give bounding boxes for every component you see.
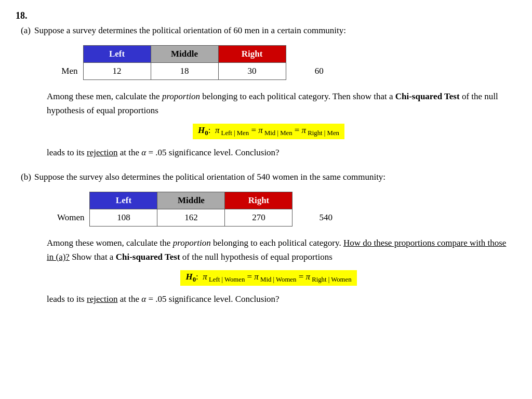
part-b-body: Among these women, calculate the proport… [47, 236, 514, 264]
women-header-left: Left [90, 192, 157, 209]
men-table-container: Left Middle Right Men 12 18 30 60 [47, 45, 516, 80]
part-a-body1: Among these men, calculate the [47, 91, 160, 101]
men-header-middle: Middle [151, 46, 218, 63]
men-left-value: 12 [83, 63, 151, 80]
problem-number: 18. [16, 10, 516, 21]
part-b-body4: of the null hypothesis of equal proporti… [182, 252, 332, 262]
part-b-conclusion: leads to its rejection at the α = .05 si… [47, 292, 514, 306]
part-a-chi-squared: Chi-squared Test [395, 91, 460, 101]
part-a-h0-formula: H0: π Left | Men = π Mid | Men = π Right… [193, 124, 344, 139]
part-b-label: (b) Suppose the survey also determines t… [21, 172, 516, 182]
men-table: Left Middle Right Men 12 18 30 60 [47, 45, 353, 80]
part-b-proportion: proportion [173, 238, 211, 248]
part-b-chi-squared: Chi-squared Test [116, 252, 180, 262]
men-header-right: Right [218, 46, 286, 63]
part-a-body2: belonging to each political category. Th… [202, 91, 393, 101]
part-a-conclusion: leads to its rejection at the α = .05 si… [47, 145, 514, 159]
part-b-alpha: at the α = .05 significance level. Concl… [120, 294, 280, 304]
men-right-value: 30 [218, 63, 286, 80]
women-middle-value: 162 [157, 209, 225, 226]
part-a-intro: Suppose a survey determines the politica… [34, 25, 516, 36]
women-table-container: Left Middle Right Women 108 162 270 540 [47, 192, 516, 227]
part-b-h0-formula: H0: π Left | Women = π Mid | Women = π R… [180, 270, 356, 285]
part-b-intro: Suppose the survey also determines the p… [34, 172, 516, 182]
part-a-conclusion-text: leads to its [47, 148, 85, 157]
part-a-letter: (a) [21, 25, 31, 36]
women-header-middle: Middle [157, 192, 225, 209]
men-total: 60 [286, 63, 353, 80]
part-b-rejection: rejection [87, 294, 117, 304]
men-middle-value: 18 [151, 63, 218, 80]
women-table: Left Middle Right Women 108 162 270 540 [47, 192, 360, 227]
part-b-body3: Show that a [72, 252, 113, 262]
women-header-right: Right [225, 192, 292, 209]
women-right-value: 270 [225, 209, 292, 226]
part-a-label: (a) Suppose a survey determines the poli… [21, 25, 516, 36]
part-b: (b) Suppose the survey also determines t… [16, 172, 516, 306]
part-a-rejection: rejection [87, 148, 117, 157]
women-total: 540 [292, 209, 360, 226]
part-a-body: Among these men, calculate the proportio… [47, 89, 514, 117]
part-b-conclusion-text: leads to its [47, 294, 85, 304]
part-a-proportion: proportion [162, 91, 200, 101]
men-row-label: Men [47, 63, 83, 80]
part-a-alpha: at the α = .05 significance level. Concl… [120, 148, 280, 157]
part-b-body2: belonging to each political category. [213, 238, 341, 248]
part-a: (a) Suppose a survey determines the poli… [16, 25, 516, 159]
part-b-body1: Among these women, calculate the [47, 238, 170, 248]
part-b-hypothesis: H0: π Left | Women = π Mid | Women = π R… [21, 270, 516, 285]
part-a-hypothesis: H0: π Left | Men = π Mid | Men = π Right… [21, 124, 516, 139]
women-left-value: 108 [90, 209, 157, 226]
part-b-letter: (b) [21, 172, 31, 182]
women-row-label: Women [47, 209, 90, 226]
men-header-left: Left [83, 46, 151, 63]
